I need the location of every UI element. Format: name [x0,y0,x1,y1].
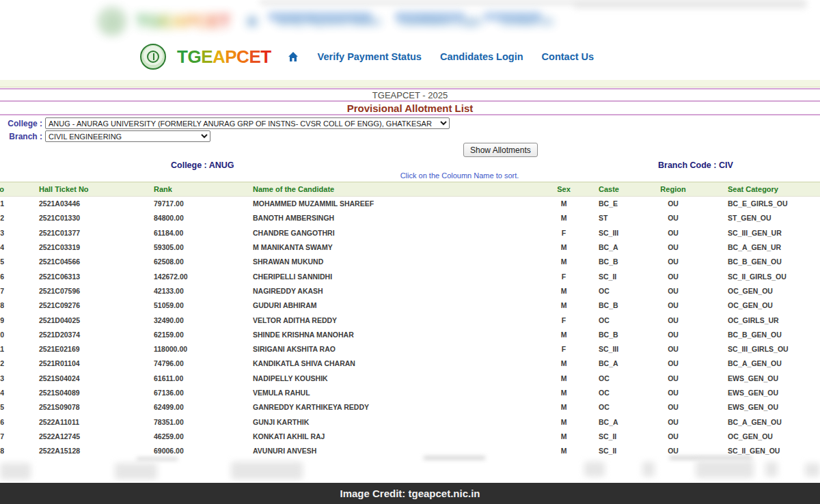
brand-letter: T [177,46,187,67]
cell-region: OU [639,400,707,415]
cell-rank: 61611.00 [150,371,249,385]
cell-hall-ticket: 2521C06313 [4,269,150,283]
page: TGEAPCET Verify Payment StatusCandidates… [0,0,820,504]
cell-region: OU [639,283,707,298]
brand-letter: A [172,11,184,31]
home-icon[interactable] [288,51,299,62]
cell-hall-ticket: 2521S04024 [4,371,150,385]
cell-caste: BC_B [574,255,639,269]
allotment-table: No Hall Ticket No Rank Name of the Candi… [0,182,820,458]
cell-sex: F [554,341,574,356]
page-title-band: Provisional Allotment List [0,102,820,115]
cell-rank: 84800.00 [150,211,249,225]
cell-caste: OC [574,313,639,327]
table-row: 112521E02169118000.00SIRIGANI AKSHITA RA… [0,341,820,356]
cell-region: OU [639,313,707,327]
nav-link-verify-payment-status[interactable]: Verify Payment Status [318,51,422,62]
cell-sex: F [554,313,574,327]
cell-region: OU [639,371,707,385]
cell-seat-category: SC_II_GEN_OU [707,444,820,458]
cell-hall-ticket: 2521C04566 [4,255,150,269]
cell-region: OU [639,211,707,225]
cell-rank: 59305.00 [150,240,249,254]
college-row: College : ANUG - ANURAG UNIVERSITY (FORM… [0,117,450,129]
cell-region: OU [639,240,707,254]
blurred-ghost-header: TGEAPCET Verify Payment StatusCandidates… [99,8,553,34]
table-row: 132521S0402461611.00NADIPELLY KOUSHIKMOC… [0,371,820,385]
logo-emblem[interactable] [140,44,166,70]
cell-caste: SC_II [574,269,639,283]
brand-letter: T [260,46,271,67]
cell-caste: OC [574,400,639,415]
cell-hall-ticket: 2521E02169 [4,341,150,356]
blurred-artifact [642,462,655,477]
header-rank[interactable]: Rank [150,182,249,197]
cell-seat-category: BC_E_GIRLS_OU [707,197,820,211]
cell-name: KANDIKATLA SHIVA CHARAN [249,356,554,371]
brand-letter: T [136,11,146,31]
nav-link-verify-payment-status: Verify Payment Status [277,16,381,27]
cell-seat-category: BC_A_GEN_OU [707,415,820,429]
cell-sex: F [554,269,574,283]
college-select[interactable]: ANUG - ANURAG UNIVERSITY (FORMERLY ANURA… [45,117,450,129]
cell-rank: 46259.00 [150,429,249,443]
cell-name: GUDURI ABHIRAM [249,298,554,313]
blurred-artifact [765,462,778,477]
cell-caste: BC_B [574,298,639,313]
branch-select[interactable]: CIVIL ENGINEERING [45,130,210,142]
cell-caste: BC_E [574,197,639,211]
cell-caste: SC_III [574,341,639,356]
cell-sex: M [554,327,574,341]
cell-hall-ticket: 2521D04025 [4,313,150,327]
cell-region: OU [639,429,707,443]
cell-sex: F [554,225,574,240]
cell-rank: 118000.00 [150,341,249,356]
sort-hint: Click on the Coloumn Name to sort. [0,171,820,180]
cell-name: SIRIGANI AKSHITA RAO [249,341,554,356]
header-region[interactable]: Region [639,182,707,197]
header-caste[interactable]: Caste [574,182,639,197]
emblem-seal [147,51,159,63]
header-hall-ticket[interactable]: Hall Ticket No [4,182,150,197]
cell-sex: M [554,211,574,225]
cell-name: M MANIKANTA SWAMY [249,240,554,254]
table-row: 92521D0402532490.00VELTOR ADITHA REDDYFO… [0,313,820,327]
table-row: 122521R0110474796.00KANDIKATLA SHIVA CHA… [0,356,820,371]
header-name[interactable]: Name of the Candidate [249,182,554,197]
cell-region: OU [639,298,707,313]
show-allotments-button[interactable]: Show Allotments [463,143,538,157]
header-sex[interactable]: Sex [554,182,574,197]
table-row: 72521C0759642133.00NAGIREDDY AKASHMOCOUO… [0,283,820,298]
cell-seat-category: OC_GIRLS_UR [707,313,820,327]
cell-rank: 62508.00 [150,255,249,269]
table-row: 42521C0331959305.00M MANIKANTA SWAMYMBC_… [0,240,820,254]
site-header: TGEAPCET Verify Payment StatusCandidates… [140,44,594,70]
cell-name: KONKATI AKHIL RAJ [249,429,554,443]
cell-sex: M [554,371,574,385]
cell-hall-ticket: 2521C07596 [4,283,150,298]
header-seat-category[interactable]: Seat Category [707,182,820,197]
home-icon [247,16,258,27]
cell-seat-category: SC_III_GEN_UR [707,225,820,240]
cell-hall-ticket: 2521C03319 [4,240,150,254]
cell-name: GANREDDY KARTHIKEYA REDDY [249,400,554,415]
image-credit-bar: Image Credit: tgeapcet.nic.in [0,483,820,504]
cell-region: OU [639,255,707,269]
cell-caste: OC [574,371,639,385]
cell-sex: M [554,283,574,298]
nav-link-contact-us: Contact Us [501,16,554,27]
nav-link-contact-us[interactable]: Contact Us [542,51,594,62]
cell-name: BANOTH AMBERSINGH [249,211,554,225]
nav-link-candidates-login[interactable]: Candidates Login [440,51,523,62]
cell-name: CHERIPELLI SANNIDHI [249,269,554,283]
table-row: 12521A0344679717.00MOHAMMED MUZAMMIL SHA… [0,197,820,211]
cell-seat-category: BC_B_GEN_OU [707,255,820,269]
cell-seat-category: EWS_GEN_OU [707,400,820,415]
cell-caste: OC [574,283,639,298]
table-row: 142521S0408967136.00VEMULA RAHULMOCOUEWS… [0,385,820,400]
cell-caste: SC_II [574,444,639,458]
cell-rank: 42133.00 [150,283,249,298]
cell-caste: SC_III [574,225,639,240]
table-row: 182522A1512869006.00AVUNURI ANVESHMSC_II… [0,444,820,458]
cell-seat-category: BC_A_GEN_UR [707,240,820,254]
